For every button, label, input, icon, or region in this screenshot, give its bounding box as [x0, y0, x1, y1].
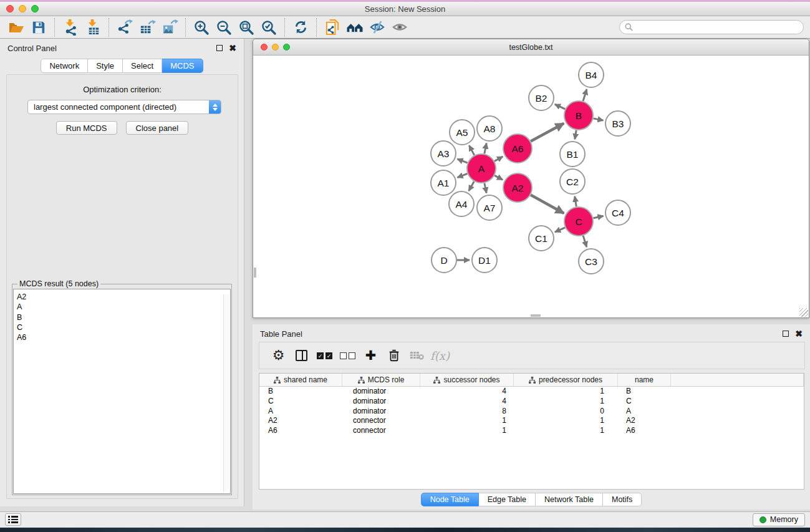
control-tab-style[interactable]: Style: [88, 59, 123, 73]
home-button[interactable]: [344, 18, 366, 37]
result-scrollbar[interactable]: [223, 294, 229, 492]
edge-A-A7[interactable]: [485, 183, 486, 193]
table-row[interactable]: A2connector11A2: [259, 416, 804, 426]
edge-A-A6[interactable]: [494, 157, 503, 161]
eye-slash-icon: [369, 19, 386, 35]
workspace: Control Panel ✖ NetworkStyleSelectMCDS O…: [0, 39, 810, 511]
apply-function-button[interactable]: f(x): [428, 349, 451, 362]
column-header-successor-nodes[interactable]: successor nodes: [420, 374, 514, 386]
close-panel-button[interactable]: Close panel: [126, 121, 189, 135]
export-image-button[interactable]: [158, 18, 181, 37]
column-header-MCDS-role[interactable]: MCDS role: [342, 374, 420, 386]
select-all-rows-button[interactable]: ✓✓: [313, 352, 336, 359]
table-row[interactable]: Adominator80A: [259, 407, 804, 417]
mcds-result-title: MCDS result (5 nodes): [17, 279, 100, 288]
result-item[interactable]: A2: [17, 292, 230, 302]
edge-B-B2[interactable]: [555, 104, 566, 109]
edge-B-B4[interactable]: [583, 89, 587, 101]
hierarchy-icon: [433, 377, 440, 384]
delete-column-button[interactable]: [382, 348, 405, 363]
add-column-button[interactable]: ✚: [359, 348, 382, 363]
horizontal-scroll-indicator[interactable]: [531, 314, 541, 317]
node-label-B1: B1: [567, 149, 579, 160]
table-tab-network-table[interactable]: Network Table: [536, 493, 603, 506]
table-row[interactable]: A6connector11A6: [259, 426, 804, 436]
control-tab-mcds[interactable]: MCDS: [162, 59, 203, 73]
edge-B-B3[interactable]: [594, 118, 604, 120]
edge-C-C4[interactable]: [593, 216, 603, 218]
refresh-button[interactable]: [289, 18, 312, 37]
control-tab-select[interactable]: Select: [123, 59, 162, 73]
zoom-selected-button[interactable]: [258, 18, 280, 37]
new-network-from-selection-button[interactable]: [321, 18, 344, 37]
import-network-button[interactable]: [59, 18, 82, 37]
network-view-window: testGlobe.txt B4B2BB3A8A5A6A3B1AC2A1A2A4…: [253, 39, 809, 318]
zoom-in-button[interactable]: [190, 18, 213, 37]
table-tab-node-table[interactable]: Node Table: [421, 493, 479, 506]
mcds-result-list[interactable]: A2ABCA6: [13, 289, 231, 494]
edge-C-C3[interactable]: [583, 236, 587, 247]
column-header-predecessor-nodes[interactable]: predecessor nodes: [514, 374, 618, 386]
edge-A-A4[interactable]: [469, 181, 475, 191]
close-table-panel-icon[interactable]: ✖: [795, 331, 803, 337]
table-row[interactable]: Cdominator41C: [259, 397, 804, 407]
run-mcds-button[interactable]: Run MCDS: [56, 121, 117, 135]
delete-table-icon: [410, 351, 425, 360]
hierarchy-icon: [274, 377, 281, 384]
hide-selected-button[interactable]: [366, 18, 388, 37]
table-tabs: Node TableEdge TableNetwork TableMotifs: [253, 493, 810, 506]
table-settings-button[interactable]: ⚙: [267, 349, 290, 362]
network-graph[interactable]: B4B2BB3A8A5A6A3B1AC2A1A2A4A7C4CC1C3DD1: [254, 56, 808, 317]
node-label-C2: C2: [566, 177, 579, 187]
edge-A6-B[interactable]: [531, 123, 564, 142]
edge-B-B1[interactable]: [575, 130, 576, 140]
zoom-fit-button[interactable]: [235, 18, 258, 37]
edge-C-C2[interactable]: [575, 196, 577, 207]
search-box[interactable]: [619, 20, 804, 34]
table-row[interactable]: Bdominator41B: [259, 387, 804, 397]
close-panel-icon[interactable]: ✖: [229, 45, 236, 51]
column-header-filler: [671, 374, 804, 386]
deselect-all-rows-button[interactable]: [336, 352, 359, 359]
float-table-panel-icon[interactable]: [783, 331, 789, 337]
zoom-out-button[interactable]: [213, 18, 235, 37]
criterion-dropdown[interactable]: largest connected component (directed): [27, 100, 221, 114]
open-session-button[interactable]: [5, 18, 27, 37]
delete-table-button[interactable]: [405, 351, 428, 360]
show-all-button[interactable]: [388, 18, 411, 37]
table-tab-edge-table[interactable]: Edge Table: [479, 493, 536, 506]
unchecked-boxes-icon: [340, 352, 355, 359]
result-item[interactable]: B: [17, 312, 230, 322]
result-item[interactable]: A: [17, 302, 230, 312]
column-visibility-button[interactable]: [290, 350, 313, 361]
result-item[interactable]: C: [17, 322, 230, 332]
column-header-shared-name[interactable]: shared name: [259, 374, 342, 386]
import-table-button[interactable]: [82, 18, 104, 37]
vertical-scroll-indicator[interactable]: [254, 268, 256, 278]
zoom-fit-icon: [238, 19, 254, 36]
result-item[interactable]: A6: [17, 332, 230, 342]
save-disk-icon: [31, 20, 46, 35]
edge-A-A2[interactable]: [494, 175, 503, 180]
open-folder-icon: [8, 19, 25, 35]
export-network-button[interactable]: [113, 18, 136, 37]
export-table-button[interactable]: [136, 18, 158, 37]
save-session-button[interactable]: [27, 18, 50, 37]
resize-grip[interactable]: [799, 308, 808, 317]
table-tab-motifs[interactable]: Motifs: [603, 493, 642, 506]
mcds-panel: Optimization criterion: largest connecte…: [6, 74, 238, 499]
network-canvas[interactable]: B4B2BB3A8A5A6A3B1AC2A1A2A4A7C4CC1C3DD1: [254, 56, 808, 317]
task-history-button[interactable]: [5, 513, 21, 526]
edge-A-A3[interactable]: [457, 159, 467, 163]
edge-A-A1[interactable]: [457, 173, 467, 177]
edge-A2-C[interactable]: [531, 195, 564, 213]
column-header-name[interactable]: name: [618, 374, 671, 386]
edge-A-A5[interactable]: [469, 145, 474, 155]
edge-C-C1[interactable]: [555, 228, 565, 232]
control-tab-network[interactable]: Network: [41, 59, 88, 73]
float-panel-icon[interactable]: [216, 45, 223, 51]
search-input[interactable]: [637, 23, 798, 32]
edge-A-A8[interactable]: [485, 143, 486, 154]
zoom-in-icon: [193, 19, 210, 36]
memory-button[interactable]: Memory: [753, 513, 805, 526]
